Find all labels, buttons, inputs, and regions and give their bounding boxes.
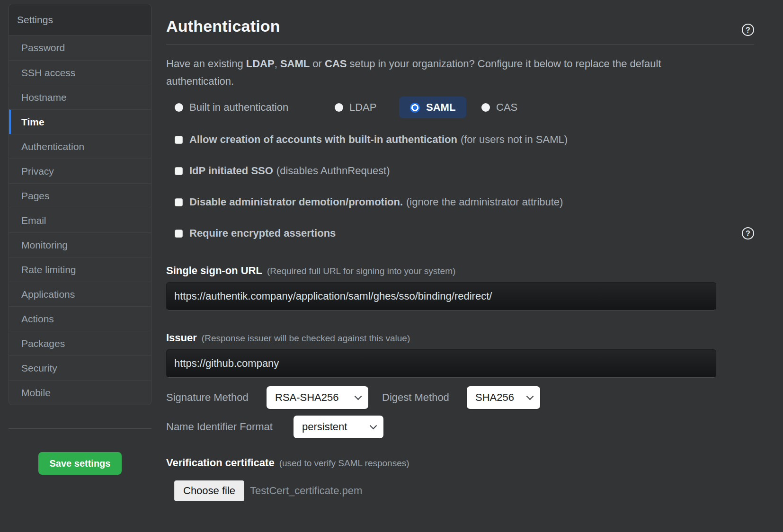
chevron-down-icon	[526, 393, 534, 400]
verification-certificate-section: Verification certificate (used to verify…	[166, 457, 754, 501]
sso-url-input[interactable]	[166, 282, 716, 310]
sidebar-footer-divider	[9, 428, 151, 429]
radio-label: Built in authentication	[189, 101, 288, 114]
intro-sep2: or	[310, 58, 325, 70]
checkbox-allow-builtin-account-creation[interactable]: Allow creation of accounts with built-in…	[166, 133, 754, 147]
checkbox-label: Disable administrator demotion/promotion…	[189, 196, 563, 208]
sidebar-item-pages[interactable]: Pages	[9, 183, 151, 208]
issuer-section: Issuer (Response issuer will be checked …	[166, 332, 754, 378]
checkbox-idp-initiated-sso[interactable]: IdP initiated SSO(disables AuthnRequest)	[166, 164, 754, 178]
radio-cas[interactable]: CAS	[481, 97, 517, 118]
main-content: Authentication ? Have an existing LDAP, …	[166, 0, 754, 501]
sidebar-item-privacy[interactable]: Privacy	[9, 159, 151, 183]
issuer-input[interactable]	[166, 349, 716, 378]
radio-unselected-icon	[175, 103, 183, 112]
signature-method-value: RSA-SHA256	[275, 391, 339, 404]
name-identifier-format-label: Name Identifier Format	[166, 416, 273, 438]
sidebar-item-actions[interactable]: Actions	[9, 306, 151, 331]
checkbox-icon	[175, 167, 183, 175]
checkbox-label: Allow creation of accounts with built-in…	[189, 133, 568, 146]
name-identifier-format-row: Name Identifier Format persistent	[166, 416, 754, 438]
certificate-file-row: Choose file TestCert_certificate.pem	[174, 480, 754, 501]
signature-method-select[interactable]: RSA-SHA256	[267, 386, 368, 409]
sidebar-item-mobile[interactable]: Mobile	[9, 380, 151, 405]
sidebar-item-security[interactable]: Security	[9, 355, 151, 380]
intro-pre: Have an existing	[166, 58, 246, 70]
title-row: Authentication	[166, 17, 754, 37]
checkbox-disable-admin-demotion-promotion[interactable]: Disable administrator demotion/promotion…	[166, 195, 754, 209]
issuer-label-row: Issuer (Response issuer will be checked …	[166, 332, 754, 345]
issuer-note: (Response issuer will be checked against…	[202, 333, 410, 344]
checkbox-icon	[175, 136, 183, 144]
checkbox-require-encrypted-assertions[interactable]: Require encrypted assertions	[166, 226, 754, 240]
radio-label: CAS	[496, 101, 517, 114]
radio-ldap[interactable]: LDAP	[335, 97, 376, 118]
verification-certificate-label: Verification certificate	[166, 457, 275, 469]
certificate-filename: TestCert_certificate.pem	[250, 485, 362, 497]
sso-url-section: Single sign-on URL (Required full URL fo…	[166, 265, 754, 310]
sidebar-item-time[interactable]: Time	[9, 109, 151, 134]
checkbox-icon	[175, 230, 183, 238]
sidebar: Settings Password SSH access Hostname Ti…	[9, 4, 151, 405]
verification-certificate-label-row: Verification certificate (used to verify…	[166, 457, 754, 470]
intro-ldap: LDAP	[246, 58, 275, 70]
name-identifier-format-value: persistent	[302, 421, 347, 433]
sidebar-item-rate-limiting[interactable]: Rate limiting	[9, 257, 151, 282]
verification-certificate-note: (used to verify SAML responses)	[279, 458, 409, 469]
sidebar-item-password[interactable]: Password	[9, 35, 151, 60]
sidebar-item-monitoring[interactable]: Monitoring	[9, 232, 151, 257]
chevron-down-icon	[355, 393, 362, 400]
radio-label: SAML	[426, 101, 455, 114]
page-title: Authentication	[166, 17, 754, 35]
sidebar-item-hostname[interactable]: Hostname	[9, 85, 151, 109]
radio-saml[interactable]: SAML	[399, 97, 466, 118]
radio-selected-icon	[410, 103, 420, 113]
help-icon-authentication[interactable]: ?	[742, 24, 754, 36]
checkbox-label: IdP initiated SSO(disables AuthnRequest)	[189, 165, 390, 177]
sidebar-item-authentication[interactable]: Authentication	[9, 134, 151, 159]
radio-unselected-icon	[335, 103, 343, 112]
sso-url-note: (Required full URL for signing into your…	[267, 266, 455, 276]
sidebar-item-applications[interactable]: Applications	[9, 282, 151, 306]
save-settings-button[interactable]: Save settings	[38, 452, 122, 475]
digest-method-label: Digest Method	[382, 386, 449, 409]
checkbox-label: Require encrypted assertions	[189, 227, 339, 239]
sso-url-label: Single sign-on URL	[166, 265, 262, 277]
auth-method-radio-group: Built in authentication LDAP SAML CAS	[166, 97, 754, 118]
sidebar-header: Settings	[9, 4, 151, 35]
title-divider	[166, 44, 754, 44]
name-identifier-format-select[interactable]: persistent	[294, 416, 383, 438]
sso-url-label-row: Single sign-on URL (Required full URL fo…	[166, 265, 754, 278]
saml-options-group: Allow creation of accounts with built-in…	[166, 133, 754, 240]
signature-digest-row: Signature Method RSA-SHA256 Digest Metho…	[166, 386, 754, 409]
issuer-label: Issuer	[166, 332, 197, 344]
digest-method-select[interactable]: SHA256	[467, 386, 540, 409]
radio-unselected-icon	[481, 103, 490, 112]
radio-label: LDAP	[349, 101, 376, 114]
checkbox-icon	[175, 198, 183, 206]
intro-cas: CAS	[325, 58, 347, 70]
chevron-down-icon	[370, 422, 377, 430]
signature-method-label: Signature Method	[166, 386, 249, 409]
intro-text: Have an existing LDAP, SAML or CAS setup…	[166, 55, 687, 90]
sidebar-item-ssh-access[interactable]: SSH access	[9, 60, 151, 85]
intro-saml: SAML	[280, 58, 310, 70]
intro-sep1: ,	[275, 58, 280, 70]
digest-method-value: SHA256	[475, 391, 514, 404]
sidebar-item-packages[interactable]: Packages	[9, 331, 151, 355]
sidebar-item-email[interactable]: Email	[9, 208, 151, 232]
radio-built-in-authentication[interactable]: Built in authentication	[175, 97, 288, 118]
help-icon-encrypted-assertions[interactable]: ?	[742, 227, 754, 239]
choose-file-button[interactable]: Choose file	[174, 480, 244, 501]
